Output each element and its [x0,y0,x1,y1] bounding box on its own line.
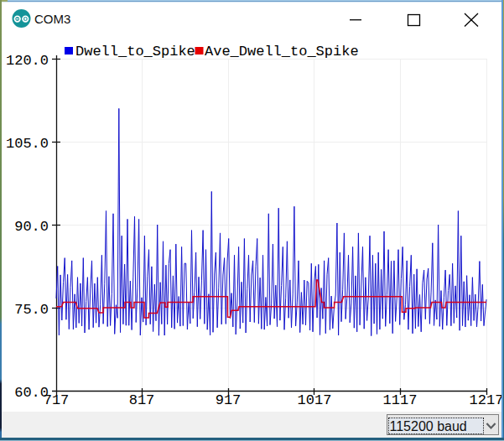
svg-text:Dwell_to_Spike: Dwell_to_Spike [75,44,195,60]
svg-text:75.0: 75.0 [14,302,49,318]
svg-text:1217: 1217 [470,392,504,408]
svg-text:Ave_Dwell_to_Spike: Ave_Dwell_to_Spike [205,44,359,60]
svg-text:120.0: 120.0 [6,53,49,69]
svg-text:1117: 1117 [383,392,418,408]
svg-text:90.0: 90.0 [14,219,49,235]
svg-text:917: 917 [216,392,242,408]
svg-text:1017: 1017 [298,392,332,408]
svg-text:105.0: 105.0 [6,136,49,152]
svg-text:817: 817 [129,392,155,408]
svg-text:717: 717 [44,392,70,408]
